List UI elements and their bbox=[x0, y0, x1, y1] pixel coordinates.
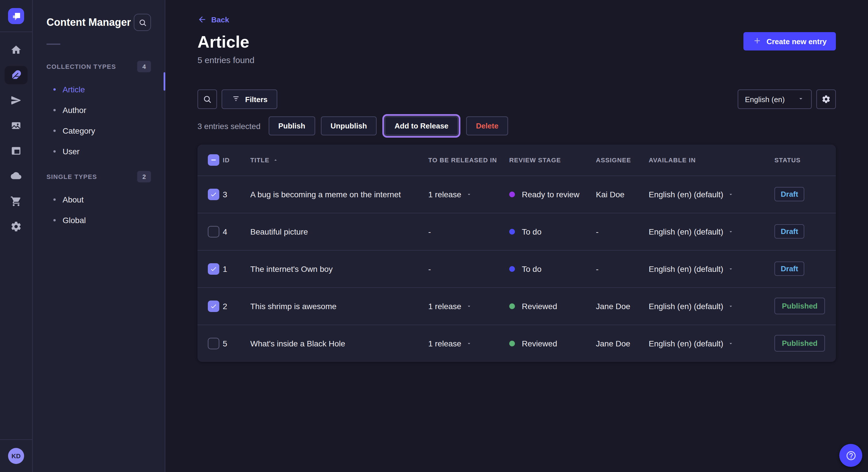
row-checkbox[interactable] bbox=[208, 263, 219, 274]
selection-bar: 3 entries selected Publish Unpublish Add… bbox=[197, 116, 836, 135]
cell-available-in[interactable]: English (en) (default) bbox=[649, 287, 774, 325]
cell-release[interactable]: 1 release bbox=[428, 325, 509, 362]
cell-review-stage: To do bbox=[509, 250, 596, 287]
releases-icon[interactable] bbox=[5, 91, 28, 109]
row-checkbox[interactable] bbox=[208, 226, 219, 237]
chevron-down-icon bbox=[728, 227, 734, 236]
cell-id: 2 bbox=[223, 287, 250, 325]
select-all-checkbox[interactable] bbox=[208, 154, 219, 166]
status-badge: Draft bbox=[774, 224, 805, 239]
cell-review-stage: Reviewed bbox=[509, 287, 596, 325]
cell-id: 1 bbox=[223, 250, 250, 287]
row-checkbox[interactable] bbox=[208, 338, 219, 349]
cell-available-in[interactable]: English (en) (default) bbox=[649, 175, 774, 213]
strapi-logo-icon bbox=[9, 9, 23, 23]
entries-table-card: ID TITLE TO BE RELEASED IN REVIEW STAGE … bbox=[197, 144, 836, 362]
delete-button[interactable]: Delete bbox=[466, 116, 508, 135]
sidebar-item-label: Global bbox=[63, 216, 86, 225]
chevron-down-icon bbox=[466, 190, 472, 199]
content-manager-icon[interactable] bbox=[5, 66, 28, 84]
column-header-available[interactable]: AVAILABLE IN bbox=[649, 144, 774, 175]
unpublish-button[interactable]: Unpublish bbox=[321, 116, 377, 135]
filters-button[interactable]: Filters bbox=[222, 90, 277, 109]
help-button[interactable] bbox=[839, 444, 862, 467]
cell-title: What's inside a Black Hole bbox=[250, 325, 428, 362]
filter-icon bbox=[231, 94, 241, 105]
table-row[interactable]: 2 This shrimp is awesome 1 release Revie… bbox=[197, 287, 836, 325]
publish-button[interactable]: Publish bbox=[268, 116, 315, 135]
cell-release[interactable]: 1 release bbox=[428, 287, 509, 325]
single-types-count: 2 bbox=[137, 171, 151, 182]
column-header-release[interactable]: TO BE RELEASED IN bbox=[428, 144, 509, 175]
column-header-status[interactable]: STATUS bbox=[774, 144, 836, 175]
cell-available-in[interactable]: English (en) (default) bbox=[649, 250, 774, 287]
sidebar-title: Content Manager bbox=[46, 16, 131, 28]
sidebar-item-article[interactable]: Article bbox=[46, 79, 151, 100]
bullet-icon bbox=[53, 88, 56, 91]
search-icon bbox=[203, 95, 212, 104]
home-icon[interactable] bbox=[5, 41, 28, 59]
cell-id: 3 bbox=[223, 175, 250, 213]
bullet-icon bbox=[53, 198, 56, 201]
sidebar-item-user[interactable]: User bbox=[46, 141, 151, 162]
chevron-down-icon bbox=[728, 339, 734, 348]
cell-title: The internet's Own boy bbox=[250, 250, 428, 287]
column-header-stage[interactable]: REVIEW STAGE bbox=[509, 144, 596, 175]
chevron-down-icon bbox=[728, 301, 734, 310]
marketplace-icon[interactable] bbox=[5, 192, 28, 210]
sidebar-item-global[interactable]: Global bbox=[46, 210, 151, 231]
settings-icon[interactable] bbox=[5, 217, 28, 236]
cell-assignee: Jane Doe bbox=[596, 287, 649, 325]
bullet-icon bbox=[53, 150, 56, 153]
cell-release[interactable]: - bbox=[428, 213, 509, 250]
row-checkbox[interactable] bbox=[208, 300, 219, 312]
table-row[interactable]: 4 Beautiful picture - To do - English (e… bbox=[197, 213, 836, 250]
cell-available-in[interactable]: English (en) (default) bbox=[649, 213, 774, 250]
nav-rail: KD bbox=[0, 0, 33, 472]
sidebar-item-author[interactable]: Author bbox=[46, 100, 151, 121]
strapi-logo[interactable] bbox=[8, 8, 24, 24]
add-to-release-button[interactable]: Add to Release bbox=[384, 116, 458, 135]
status-badge: Draft bbox=[774, 187, 805, 201]
sidebar-item-label: User bbox=[63, 147, 80, 156]
search-button[interactable] bbox=[197, 90, 217, 109]
media-library-icon[interactable] bbox=[5, 116, 28, 135]
cell-release[interactable]: 1 release bbox=[428, 175, 509, 213]
bullet-icon bbox=[53, 130, 56, 132]
sidebar-item-about[interactable]: About bbox=[46, 189, 151, 210]
locale-select[interactable]: English (en) bbox=[737, 90, 812, 109]
cell-assignee: - bbox=[596, 250, 649, 287]
page-title: Article bbox=[197, 32, 249, 52]
content-type-builder-icon[interactable] bbox=[5, 142, 28, 160]
content-manager-sidebar: Content Manager COLLECTION TYPES 4 Artic… bbox=[33, 0, 165, 472]
column-header-title[interactable]: TITLE bbox=[250, 157, 279, 164]
sidebar-item-label: About bbox=[63, 195, 84, 204]
create-entry-button[interactable]: Create new entry bbox=[743, 32, 836, 50]
sidebar-item-label: Category bbox=[63, 126, 95, 135]
table-row[interactable]: 1 The internet's Own boy - To do - Engli… bbox=[197, 250, 836, 287]
back-link[interactable]: Back bbox=[197, 15, 229, 24]
table-row[interactable]: 5 What's inside a Black Hole 1 release R… bbox=[197, 325, 836, 362]
sidebar-search-button[interactable] bbox=[134, 14, 151, 31]
chevron-down-icon bbox=[728, 264, 734, 273]
entries-table: ID TITLE TO BE RELEASED IN REVIEW STAGE … bbox=[197, 144, 836, 362]
cloud-deploy-icon[interactable] bbox=[5, 167, 28, 185]
user-avatar[interactable]: KD bbox=[8, 448, 24, 464]
column-header-assignee[interactable]: ASSIGNEE bbox=[596, 144, 649, 175]
cell-available-in[interactable]: English (en) (default) bbox=[649, 325, 774, 362]
column-header-id[interactable]: ID bbox=[223, 144, 250, 175]
chevron-down-icon bbox=[797, 95, 804, 103]
cell-title: This shrimp is awesome bbox=[250, 287, 428, 325]
sidebar-item-category[interactable]: Category bbox=[46, 121, 151, 141]
cell-release[interactable]: - bbox=[428, 250, 509, 287]
view-settings-button[interactable] bbox=[816, 90, 836, 109]
collection-types-section: COLLECTION TYPES 4 Article Author Catego… bbox=[46, 61, 151, 162]
sort-asc-icon bbox=[273, 157, 279, 163]
bullet-icon bbox=[53, 109, 56, 111]
stage-dot bbox=[509, 341, 515, 346]
table-row[interactable]: 3 A bug is becoming a meme on the intern… bbox=[197, 175, 836, 213]
row-checkbox[interactable] bbox=[208, 189, 219, 200]
stage-dot bbox=[509, 266, 515, 272]
collection-types-count: 4 bbox=[137, 61, 151, 72]
selection-count: 3 entries selected bbox=[197, 121, 260, 131]
